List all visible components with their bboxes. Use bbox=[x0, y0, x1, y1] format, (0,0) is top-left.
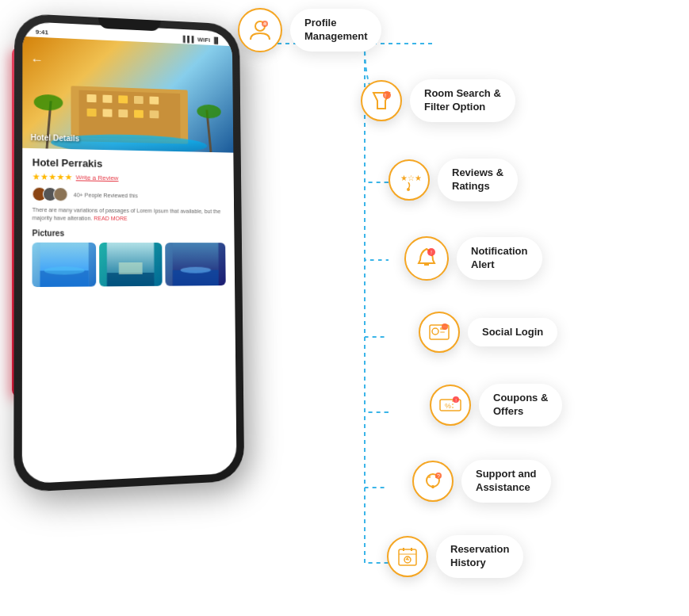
hotel-name: Hotel Perrakis bbox=[33, 156, 225, 171]
feature-room-search: ! Room Search &Filter Option bbox=[361, 79, 515, 122]
feature-social-login: Social Login bbox=[419, 312, 557, 353]
picture-1 bbox=[33, 242, 97, 286]
main-container: 9:41 ▌▌▌ WiFi ▐▌ bbox=[0, 0, 689, 616]
svg-text:★☆★: ★☆★ bbox=[400, 174, 421, 182]
pictures-grid bbox=[33, 242, 226, 286]
svg-rect-22 bbox=[119, 262, 143, 274]
svg-point-39 bbox=[432, 328, 438, 335]
hotel-description: There are many variations of passages of… bbox=[33, 206, 225, 223]
profile-icon-circle bbox=[238, 8, 282, 52]
svg-rect-3 bbox=[102, 95, 112, 103]
picture-3 bbox=[165, 243, 226, 286]
svg-rect-7 bbox=[87, 109, 97, 117]
svg-text:!: ! bbox=[385, 93, 386, 98]
svg-point-42 bbox=[442, 323, 448, 330]
notification-alert-label: NotificationAlert bbox=[457, 237, 542, 280]
svg-text:%: % bbox=[445, 402, 451, 410]
phone-outer-frame: 9:41 ▌▌▌ WiFi ▐▌ bbox=[13, 13, 244, 492]
coupons-icon-circle: % ! bbox=[430, 385, 471, 426]
signal-icons: ▌▌▌ WiFi ▐▌ bbox=[183, 36, 220, 44]
svg-rect-10 bbox=[134, 110, 144, 118]
svg-point-34 bbox=[407, 188, 410, 191]
svg-rect-6 bbox=[150, 97, 159, 105]
back-button[interactable]: ← bbox=[31, 52, 44, 67]
feature-coupons-offers: % ! Coupons &Offers bbox=[430, 384, 562, 427]
avatar-group bbox=[33, 187, 64, 202]
avatar-3 bbox=[53, 187, 67, 201]
phone-inner-screen: 9:41 ▌▌▌ WiFi ▐▌ bbox=[22, 21, 237, 484]
reviews-icon-circle: ★☆★ bbox=[389, 159, 430, 201]
svg-text:?: ? bbox=[437, 473, 440, 479]
support-icon-circle: ? bbox=[412, 461, 454, 502]
star-icons: ★★★★★ bbox=[33, 171, 73, 182]
svg-point-28 bbox=[263, 22, 266, 25]
social-login-label: Social Login bbox=[468, 318, 557, 347]
feature-support-assistance: ? Support andAssistance bbox=[412, 460, 551, 503]
support-assistance-label: Support andAssistance bbox=[461, 460, 551, 503]
feature-reservation-history: ReservationHistory bbox=[387, 535, 523, 578]
notification-icon-circle: ! bbox=[404, 236, 449, 281]
write-review-link[interactable]: Write a Review bbox=[76, 174, 119, 182]
social-login-icon-circle bbox=[419, 312, 460, 353]
svg-point-16 bbox=[197, 104, 221, 118]
star-rating: ★★★★★ Write a Review bbox=[33, 171, 225, 185]
reviews-ratings-label: Reviews &Ratings bbox=[438, 159, 518, 201]
svg-text:!: ! bbox=[431, 250, 432, 255]
hotel-screen-title: Hotel Details bbox=[31, 133, 80, 143]
reviewer-section: 40+ People Reviewed this bbox=[33, 187, 225, 204]
svg-rect-9 bbox=[118, 109, 128, 117]
svg-rect-2 bbox=[87, 94, 97, 102]
clock-display: 9:41 bbox=[36, 29, 48, 36]
review-count: 40+ People Reviewed this bbox=[74, 192, 138, 198]
room-search-label: Room Search &Filter Option bbox=[410, 79, 515, 122]
pictures-section: Pictures bbox=[33, 228, 226, 287]
feature-profile-management: ProfileManagement bbox=[238, 8, 381, 52]
phone-screen-content: 9:41 ▌▌▌ WiFi ▐▌ bbox=[22, 21, 237, 484]
pictures-label: Pictures bbox=[33, 228, 226, 238]
svg-rect-11 bbox=[150, 110, 159, 118]
phone-mockup: 9:41 ▌▌▌ WiFi ▐▌ bbox=[16, 16, 262, 507]
svg-rect-4 bbox=[118, 95, 128, 103]
picture-2 bbox=[99, 243, 162, 286]
svg-point-14 bbox=[34, 94, 63, 111]
coupons-offers-label: Coupons &Offers bbox=[479, 384, 562, 427]
svg-rect-8 bbox=[103, 109, 113, 117]
read-more-link[interactable]: READ MORE bbox=[94, 216, 127, 221]
profile-management-label: ProfileManagement bbox=[290, 9, 381, 52]
hotel-content-area: Hotel Perrakis ★★★★★ Write a Review 40 bbox=[22, 148, 237, 484]
svg-rect-41 bbox=[440, 331, 445, 333]
hotel-image: ← Hotel Details bbox=[22, 36, 233, 153]
svg-rect-21 bbox=[107, 272, 155, 285]
reservation-icon-circle bbox=[387, 536, 428, 577]
search-filter-icon-circle: ! bbox=[361, 80, 402, 121]
feature-notification-alert: ! NotificationAlert bbox=[404, 236, 542, 281]
svg-rect-5 bbox=[134, 96, 144, 104]
reservation-history-label: ReservationHistory bbox=[436, 535, 523, 578]
feature-reviews-ratings: ★☆★ Reviews &Ratings bbox=[389, 159, 518, 201]
